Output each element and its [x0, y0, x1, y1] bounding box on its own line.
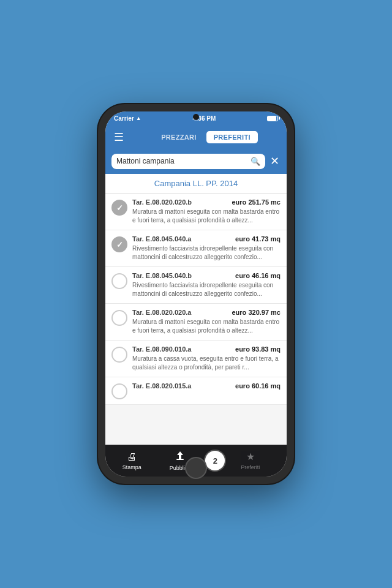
item-header-row: Tar. E.08.020.020.a euro 320.97 mc [132, 309, 281, 316]
item-content-4: Tar. E.08.090.010.a euro 93.83 mq Muratu… [132, 345, 281, 372]
carrier-text: Carrier ▲ [114, 115, 141, 122]
front-camera [193, 114, 199, 120]
phone-frame: Carrier ▲ 4:36 PM ☰ PREZZARI PREFERITI M… [98, 104, 294, 484]
stampa-label: Stampa [123, 464, 141, 470]
tab-preferiti-bar[interactable]: ★ Preferiti [226, 448, 274, 473]
section-header: Campania LL. PP. 2014 [105, 174, 287, 194]
checkbox-0[interactable]: ✓ [111, 200, 127, 216]
pubblica-icon [175, 451, 185, 463]
preferiti-icon: ★ [246, 451, 255, 462]
battery-indicator [267, 116, 278, 121]
item-description: Muratura di mattoni eseguita con malta b… [132, 318, 281, 335]
item-content-3: Tar. E.08.020.020.a euro 320.97 mc Murat… [132, 309, 281, 335]
item-price: euro 251.75 mc [232, 198, 281, 206]
tab-preferiti[interactable]: PREFERITI [206, 131, 258, 143]
item-code: Tar. E.08.045.040.b [132, 272, 192, 279]
stampa-icon: 🖨 [127, 451, 137, 462]
tab-prezzari[interactable]: PREZZARI [154, 131, 203, 143]
item-description: Muratura a cassa vuota, eseguita entro e… [132, 355, 281, 372]
item-header-row: Tar. E.08.090.010.a euro 93.83 mq [132, 345, 281, 353]
item-code: Tar. E.08.020.020.b [132, 198, 192, 206]
hamburger-button[interactable]: ☰ [111, 130, 126, 144]
home-button[interactable] [185, 457, 207, 479]
list-item: Tar. E.08.045.040.b euro 46.16 mq Rivest… [105, 267, 287, 304]
item-header-row: Tar. E.08.020.015.a euro 60.16 mq [132, 382, 281, 390]
items-list: ✓ Tar. E.08.020.020.b euro 251.75 mc Mur… [105, 194, 287, 405]
item-description: Rivestimento facciavista idrorepellente … [132, 281, 281, 298]
checkbox-2[interactable] [111, 273, 127, 289]
item-header-row: Tar. E.08.045.040.b euro 46.16 mq [132, 272, 281, 279]
nav-tabs: PREZZARI PREFERITI [131, 131, 281, 143]
item-description: Muratura di mattoni eseguita con malta b… [132, 208, 281, 225]
list-item: ✓ Tar. E.08.045.040.a euro 41.73 mq Rive… [105, 230, 287, 267]
close-button[interactable]: ✕ [269, 153, 281, 169]
list-item: Tar. E.08.020.015.a euro 60.16 mq [105, 377, 287, 405]
checkbox-4[interactable] [111, 347, 127, 363]
checkbox-1[interactable]: ✓ [111, 236, 127, 252]
checkmark: ✓ [116, 204, 123, 212]
svg-rect-0 [176, 459, 184, 460]
tab-stampa[interactable]: 🖨 Stampa [108, 449, 156, 473]
item-price: euro 60.16 mq [235, 382, 281, 390]
list-item: Tar. E.08.020.020.a euro 320.97 mc Murat… [105, 304, 287, 341]
item-code: Tar. E.08.020.020.a [132, 309, 191, 316]
search-input-wrap: Mattoni campania 🔍 [111, 154, 265, 169]
item-content-0: Tar. E.08.020.020.b euro 251.75 mc Murat… [132, 198, 281, 225]
nav-bar: ☰ PREZZARI PREFERITI [105, 125, 287, 149]
item-header-row: Tar. E.08.045.040.a euro 41.73 mq [132, 235, 281, 243]
item-content-2: Tar. E.08.045.040.b euro 46.16 mq Rivest… [132, 272, 281, 298]
item-code: Tar. E.08.020.015.a [132, 382, 191, 390]
item-price: euro 93.83 mq [235, 345, 281, 353]
results-content: Campania LL. PP. 2014 ✓ Tar. E.08.020.02… [105, 174, 287, 445]
phone-screen: Carrier ▲ 4:36 PM ☰ PREZZARI PREFERITI M… [105, 111, 287, 477]
item-header-row: Tar. E.08.020.020.b euro 251.75 mc [132, 198, 281, 206]
search-icon[interactable]: 🔍 [251, 157, 260, 166]
wifi-icon: ▲ [136, 115, 141, 121]
item-code: Tar. E.08.045.040.a [132, 235, 191, 243]
item-content-1: Tar. E.08.045.040.a euro 41.73 mq Rivest… [132, 235, 281, 262]
item-description: Rivestimento facciavista idrorepellente … [132, 244, 281, 262]
item-price: euro 41.73 mq [235, 235, 281, 243]
center-count-button[interactable]: 2 [204, 450, 226, 472]
search-input[interactable]: Mattoni campania [116, 157, 248, 165]
checkbox-3[interactable] [111, 310, 127, 326]
list-item: Tar. E.08.090.010.a euro 93.83 mq Muratu… [105, 341, 287, 377]
list-item: ✓ Tar. E.08.020.020.b euro 251.75 mc Mur… [105, 194, 287, 230]
item-price: euro 46.16 mq [235, 272, 281, 279]
checkmark: ✓ [116, 241, 123, 249]
item-code: Tar. E.08.090.010.a [132, 345, 191, 353]
search-bar: Mattoni campania 🔍 ✕ [105, 149, 287, 174]
item-price: euro 320.97 mc [232, 309, 281, 316]
center-count: 2 [213, 456, 217, 466]
preferiti-label: Preferiti [241, 464, 260, 470]
item-content-5: Tar. E.08.020.015.a euro 60.16 mq [132, 382, 281, 391]
checkbox-5[interactable] [111, 383, 127, 399]
